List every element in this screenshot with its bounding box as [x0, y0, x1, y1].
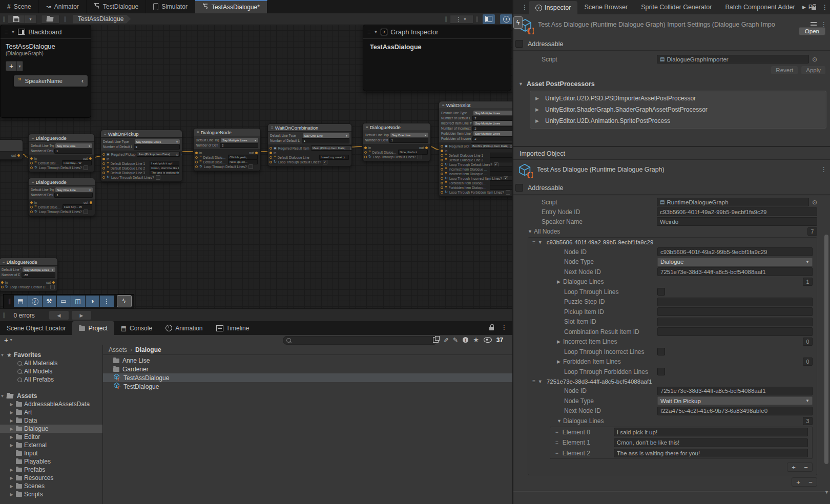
input-port-icon[interactable]: [195, 152, 198, 154]
tree-item-all-prefabs[interactable]: All Prefabs: [0, 375, 102, 384]
add-element-button[interactable]: +: [792, 478, 804, 486]
node-collapse-icon[interactable]: ≡: [3, 260, 5, 264]
node-collapse-icon[interactable]: ≡: [366, 125, 368, 130]
foldout-open-icon[interactable]: ▼: [538, 240, 544, 245]
dialogue-line-field[interactable]: Fool boy... W: [63, 204, 92, 209]
inspector-scrollbar[interactable]: [824, 235, 828, 464]
doc-tab-testdialogue[interactable]: TestDialogue: [87, 0, 146, 13]
tree-item-art[interactable]: ▶Art: [0, 408, 102, 416]
loop-checkbox[interactable]: [84, 209, 88, 214]
save-button[interactable]: [8, 15, 25, 24]
breadcrumb-current[interactable]: Dialogue: [135, 346, 161, 353]
drag-handle-icon[interactable]: =: [532, 240, 535, 245]
graph-node-wait-on-pickup-node[interactable]: ≡WaitOnPickupDefault Line TypeSay Multip…: [100, 130, 182, 182]
addressable-checkbox[interactable]: [515, 184, 523, 192]
panel-more-icon[interactable]: ⋮: [501, 324, 507, 331]
file-item-anne-lise[interactable]: Anne Lise: [103, 356, 512, 365]
node-collapse-icon[interactable]: ≡: [104, 132, 107, 136]
tree-item-assets[interactable]: ▼Assets: [0, 392, 102, 400]
input-port-icon[interactable]: [441, 177, 443, 180]
node-type-dropdown[interactable]: Dialogue▼: [657, 258, 813, 266]
doc-tab-scene[interactable]: #Scene: [0, 0, 39, 13]
input-port-icon[interactable]: [30, 157, 33, 160]
blackboard-property-speakername[interactable]: ” SpeakerName ‹: [14, 75, 88, 87]
input-port-icon[interactable]: [102, 167, 105, 170]
input-port-icon[interactable]: [441, 145, 443, 148]
node-property-dropdown[interactable]: Say Multiple Lines▼: [473, 111, 512, 115]
file-item-testassdialogue[interactable]: {}TestAssDialogue: [103, 373, 512, 382]
dialogue-line-field[interactable]: [490, 157, 512, 162]
count-badge[interactable]: 3: [803, 417, 813, 425]
input-port-icon[interactable]: [364, 146, 367, 149]
detail-checkbox[interactable]: [657, 348, 665, 355]
tab-overflow-arrow-icon[interactable]: ▶: [802, 5, 806, 10]
breadcrumb-root[interactable]: Assets: [109, 346, 127, 353]
input-port-icon[interactable]: [441, 186, 443, 189]
input-port-icon[interactable]: [364, 156, 367, 158]
object-picker-icon[interactable]: ⊙: [350, 146, 352, 150]
node-collapse-icon[interactable]: ≡: [271, 125, 274, 130]
input-port-icon[interactable]: [102, 158, 105, 160]
input-port-icon[interactable]: [441, 191, 443, 194]
input-port-icon[interactable]: [195, 156, 198, 159]
node-detail-field[interactable]: 7251e73e-38d3-44ff-a8c5-bcf54088aaf1: [657, 387, 813, 395]
brush-icon[interactable]: ✎: [442, 337, 449, 342]
input-port-icon[interactable]: [102, 172, 105, 174]
tree-item-resources[interactable]: ▶Resources: [0, 474, 102, 482]
footer-info-icon[interactable]: i: [28, 296, 42, 307]
live-reload-button[interactable]: ϟ: [513, 16, 523, 29]
foldout-closed-icon[interactable]: ▶: [9, 484, 14, 489]
foldout-closed-icon[interactable]: ▶: [9, 476, 14, 480]
graph-node-wait-on-slot-node[interactable]: ≡WaitOnSlotDefault Line TypeSay Multiple…: [439, 101, 512, 197]
context-menu-icon[interactable]: ⋮: [821, 166, 827, 173]
count-badge[interactable]: 1: [803, 278, 813, 286]
loop-checkbox[interactable]: [418, 155, 422, 159]
node-type-dropdown[interactable]: Wait On Pickup▼: [657, 396, 813, 405]
input-port-icon[interactable]: [102, 153, 105, 156]
alerts-icon[interactable]: !: [463, 337, 468, 343]
file-item-gardener[interactable]: Gardener: [103, 365, 512, 373]
footer-live-button[interactable]: ϟ: [117, 295, 132, 307]
node-property-field[interactable]: 3: [134, 144, 180, 150]
footer-more-icon[interactable]: ⋮: [100, 296, 114, 307]
input-port-icon[interactable]: [102, 176, 105, 179]
remove-element-button[interactable]: −: [800, 463, 812, 471]
node-title-bar[interactable]: ≡WaitOnPickup: [101, 130, 182, 138]
footer-layout-icon[interactable]: ◫: [71, 296, 85, 307]
add-property-dropdown[interactable]: ▼: [17, 61, 23, 71]
input-port-icon[interactable]: [441, 154, 443, 157]
input-port-icon[interactable]: [269, 147, 272, 150]
output-port-icon[interactable]: [52, 281, 55, 284]
bottom-tab-animation[interactable]: Animation: [159, 321, 209, 335]
lock-icon[interactable]: [489, 327, 494, 330]
foldout-closed-icon[interactable]: ▶: [557, 279, 563, 284]
dialogue-line-field[interactable]: I need my meat :): [319, 155, 349, 160]
node-detail-field[interactable]: [657, 298, 813, 306]
input-port-icon[interactable]: [30, 206, 33, 208]
node-title-bar[interactable]: ≡DialogueNode: [29, 178, 95, 186]
open-in-new-window-icon[interactable]: [433, 337, 439, 343]
node-property-dropdown[interactable]: Say Multiple Lines▼: [221, 138, 258, 142]
input-port-icon[interactable]: [269, 152, 272, 154]
node-property-dropdown[interactable]: Say Multiple Lines▼: [473, 121, 512, 125]
input-port-icon[interactable]: [30, 211, 33, 213]
dialogue-line-field[interactable]: Now, go on...: [228, 159, 258, 164]
drag-handle-icon[interactable]: ≡: [367, 29, 370, 35]
node-detail-field[interactable]: [657, 318, 813, 326]
node-property-field[interactable]: 1: [389, 138, 428, 143]
graph-node-dialogue-node-a[interactable]: ≡DialogueNodeDefault Line TypeSay One Li…: [28, 134, 95, 172]
dialogue-line-field[interactable]: [490, 185, 512, 190]
inspector-tab-inspector[interactable]: iInspector: [529, 1, 577, 14]
open-button[interactable]: Open: [799, 27, 825, 35]
bottom-tab-project[interactable]: Project: [72, 321, 114, 335]
expand-chevron-icon[interactable]: ‹: [81, 77, 84, 85]
node-group-header[interactable]: =▼7251e73e-38d3-44ff-a8c5-bcf54088aaf1: [528, 377, 817, 386]
element-field[interactable]: The ass is waiting there for you!: [614, 449, 808, 457]
inspector-tab-sprite-collider-generator[interactable]: Sprite Collider Generator: [634, 0, 718, 14]
node-property-field[interactable]: 2: [472, 126, 512, 131]
node-property-field[interactable]: 2: [472, 136, 512, 141]
dialogue-line-field[interactable]: Fool boy... W: [62, 160, 92, 165]
graph-node-dialogue-node-e[interactable]: ≡DialogueNodeDefault Line TypeSay Multip…: [0, 258, 58, 291]
postprocessor-row[interactable]: ▶UnityEditor.U2D.Animation.SpritePostPro…: [530, 115, 826, 127]
node-detail-field[interactable]: [657, 307, 813, 316]
